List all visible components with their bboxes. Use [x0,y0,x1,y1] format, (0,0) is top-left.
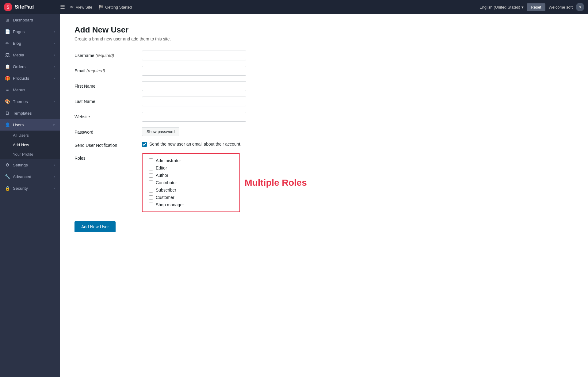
chevron-right-icon: › [54,65,55,68]
email-row: Email (required) [74,66,289,76]
sidebar-label-products: Products [13,76,29,81]
sidebar-item-advanced[interactable]: 🔧 Advanced › [0,171,60,182]
website-input[interactable] [142,112,246,122]
roles-label: Roles [74,153,142,161]
email-label: Email (required) [74,66,142,73]
app-logo: S SitePad [4,3,53,11]
pages-icon: 📄 [5,29,10,34]
notification-label: Send User Notification [74,142,142,148]
welcome-text: Welcome soft [548,5,573,10]
show-password-button[interactable]: Show password [142,127,179,136]
logo-icon: S [4,3,12,11]
password-label: Password [74,127,142,135]
getting-started-link[interactable]: 🏁 Getting Started [98,5,132,10]
role-editor-label: Editor [156,166,167,170]
language-label: English (United States) [479,5,520,10]
lastname-row: Last Name [74,97,289,106]
notification-checkbox[interactable] [142,142,147,147]
password-row: Password Show password [74,127,289,136]
role-administrator[interactable]: Administrator [149,158,233,163]
main-content: Add New User Create a brand new user and… [60,14,588,377]
role-author[interactable]: Author [149,173,233,178]
avatar[interactable]: ▾ [576,3,584,11]
multiple-roles-badge: Multiple Roles [245,177,307,188]
sidebar-label-users: Users [13,123,24,127]
sidebar-label-orders: Orders [13,64,25,69]
your-profile-label: Your Profile [13,152,33,157]
hamburger-icon[interactable]: ☰ [60,4,65,10]
chevron-right-icon: › [54,77,55,80]
email-input[interactable] [142,66,246,76]
lastname-input[interactable] [142,97,246,106]
role-customer-checkbox[interactable] [149,195,153,200]
role-editor-checkbox[interactable] [149,166,153,170]
sidebar-item-blog[interactable]: ✏ Blog › [0,37,60,49]
view-site-label: View Site [76,5,92,10]
avatar-chevron-icon: ▾ [579,5,581,10]
orders-icon: 📋 [5,64,10,69]
sidebar-sub-your-profile[interactable]: Your Profile [0,150,60,159]
sidebar-sub-add-new[interactable]: Add New [0,140,60,150]
role-subscriber-label: Subscriber [156,188,176,192]
sidebar-item-security[interactable]: 🔒 Security › [0,182,60,194]
language-selector[interactable]: English (United States) ▾ [479,5,524,10]
lastname-label: Last Name [74,97,142,104]
security-icon: 🔒 [5,186,10,191]
sidebar-item-menus[interactable]: ≡ Menus [0,84,60,96]
products-icon: 🎁 [5,76,10,81]
menus-icon: ≡ [5,87,10,92]
sidebar-item-products[interactable]: 🎁 Products › [0,72,60,84]
notification-check-label: Send the new user an email about their a… [149,142,241,147]
sidebar-label-templates: Templates [13,111,32,116]
role-contributor[interactable]: Contributor [149,180,233,185]
users-icon: 👤 [5,122,10,127]
role-customer[interactable]: Customer [149,195,233,200]
website-label: Website [74,112,142,119]
chevron-right-icon: › [54,163,55,167]
add-new-label: Add New [13,143,29,147]
getting-started-label: Getting Started [105,5,132,10]
role-editor[interactable]: Editor [149,166,233,170]
language-chevron-icon: ▾ [521,5,524,10]
page-subtitle: Create a brand new user and add them to … [74,36,573,41]
sidebar-item-media[interactable]: 🖼 Media › [0,49,60,61]
chevron-right-icon: › [54,175,55,178]
role-administrator-checkbox[interactable] [149,158,153,163]
app-name: SitePad [15,4,34,10]
media-icon: 🖼 [5,52,10,57]
role-contributor-checkbox[interactable] [149,181,153,185]
role-shop-manager-label: Shop manager [156,202,184,207]
reset-button[interactable]: Reset [527,3,546,11]
chevron-right-icon: › [54,187,55,190]
templates-icon: 🗒 [5,111,10,116]
chevron-right-icon: › [54,100,55,103]
add-new-user-button[interactable]: Add New User [74,221,116,232]
chevron-right-icon: › [54,30,55,33]
sidebar-item-themes[interactable]: 🎨 Themes › [0,96,60,107]
sidebar-item-settings[interactable]: ⚙ Settings › [0,159,60,171]
username-row: Username (required) [74,51,289,60]
app-body: ⊞ Dashboard 📄 Pages › ✏ Blog › 🖼 Media › [0,14,588,377]
view-site-link[interactable]: 👁 View Site [70,5,92,10]
sidebar-item-templates[interactable]: 🗒 Templates [0,107,60,119]
all-users-label: All Users [13,133,29,138]
sidebar-label-security: Security [13,186,28,191]
sidebar-sub-all-users[interactable]: All Users [0,131,60,140]
role-shop-manager-checkbox[interactable] [149,203,153,207]
username-input[interactable] [142,51,246,60]
sidebar-item-users[interactable]: 👤 Users ∨ [0,119,60,131]
sidebar-label-advanced: Advanced [13,174,31,179]
role-author-checkbox[interactable] [149,173,153,178]
blog-icon: ✏ [5,41,10,46]
role-subscriber[interactable]: Subscriber [149,188,233,192]
sidebar-item-pages[interactable]: 📄 Pages › [0,26,60,37]
getting-started-icon: 🏁 [98,5,103,10]
topbar: S SitePad ☰ 👁 View Site 🏁 Getting Starte… [0,0,588,14]
firstname-label: First Name [74,81,142,89]
sidebar-item-dashboard[interactable]: ⊞ Dashboard [0,14,60,26]
role-subscriber-checkbox[interactable] [149,188,153,192]
sidebar-item-orders[interactable]: 📋 Orders › [0,61,60,72]
role-shop-manager[interactable]: Shop manager [149,202,233,207]
firstname-input[interactable] [142,81,246,91]
role-administrator-label: Administrator [156,158,181,163]
